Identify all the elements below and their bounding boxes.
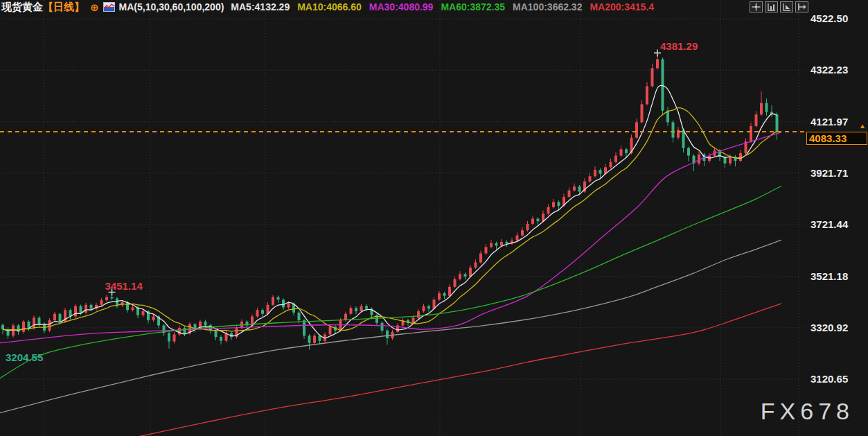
ma-legend-item: MA5:4132.29	[231, 1, 290, 12]
price-level-annotation: 3204.55	[6, 351, 43, 363]
candlestick-chart[interactable]: 现货黄金 【日线】 ⊕ MA(5,10,30,60,100,200) MA5:4…	[0, 0, 868, 436]
y-axis-label: 3120.65	[811, 373, 848, 385]
pan-right-icon[interactable]	[795, 1, 808, 12]
ma-legend-item: MA200:3415.4	[590, 1, 654, 12]
latest-price-arrow-icon[interactable]: ▲	[859, 122, 866, 130]
ma-legend-item: MA60:3872.35	[441, 1, 505, 12]
y-axis-label: 3320.92	[811, 322, 848, 333]
ma-legend: MA5:4132.29MA10:4066.60MA30:4080.99MA60:…	[231, 1, 662, 13]
ma-legend-item: MA10:4066.60	[297, 1, 362, 12]
swing-high-annotation: 3451.14	[105, 280, 143, 292]
watermark: FX678	[761, 398, 854, 425]
current-price-tag: 4083.33	[806, 132, 867, 145]
time-scale-icon[interactable]	[780, 1, 793, 12]
period-label: 【日线】	[43, 1, 85, 14]
ma-parameters-label: MA(5,10,30,60,100,200)	[119, 1, 224, 12]
swing-high-annotation: 4381.29	[660, 40, 698, 52]
add-indicator-icon[interactable]: ⊕	[90, 2, 99, 12]
price-scale-icon[interactable]	[765, 1, 778, 12]
chart-logo-icon	[103, 2, 115, 12]
ma-legend-item: MA100:3662.32	[513, 1, 582, 12]
chart-toolbar	[750, 1, 808, 12]
y-axis-label: 3721.44	[811, 218, 848, 230]
candlestick-chart-canvas[interactable]	[0, 0, 868, 436]
y-axis-label: 3521.18	[811, 270, 848, 282]
y-axis-label: 4322.23	[811, 64, 848, 76]
chart-header: 现货黄金 【日线】 ⊕ MA(5,10,30,60,100,200) MA5:4…	[0, 0, 868, 14]
y-axis-label: 4522.50	[811, 12, 848, 24]
y-axis-label: 4121.97	[811, 116, 848, 128]
y-axis-label: 3921.71	[811, 167, 848, 179]
symbol-title: 现货黄金	[1, 1, 43, 14]
ma-legend-item: MA30:4080.99	[369, 1, 434, 12]
crosshair-icon[interactable]	[750, 1, 763, 12]
